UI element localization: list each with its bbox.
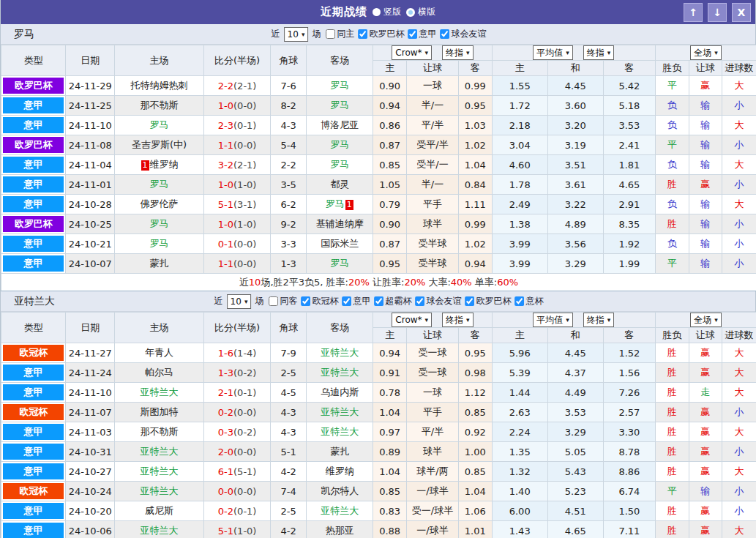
league-checkbox-input[interactable]: [358, 29, 367, 39]
team-link[interactable]: 亚特兰大: [321, 406, 359, 417]
league-checkbox-input[interactable]: [342, 296, 351, 306]
team-link[interactable]: 乌迪内斯: [321, 386, 359, 397]
team-link[interactable]: 亚特兰大: [141, 386, 179, 397]
team-link[interactable]: 威尼斯: [145, 505, 173, 516]
avg-away-odds: 8.35: [603, 214, 655, 234]
league-filter-checkbox[interactable]: 球会友谊: [436, 28, 486, 40]
layout-radio-vertical[interactable]: 竖版: [373, 6, 401, 18]
fulltime-select[interactable]: 全场▾: [690, 45, 722, 60]
team-link[interactable]: 亚特兰大: [141, 466, 179, 477]
team-link[interactable]: 罗马: [330, 80, 349, 91]
match-count-select-value: 10: [288, 29, 299, 40]
corner-cell: 4-3: [271, 422, 307, 442]
match-count-select[interactable]: 10▾: [227, 294, 252, 309]
crow-home-odds: 0.90: [373, 214, 407, 234]
league-filter-checkbox[interactable]: 欧罗巴杯: [354, 28, 404, 40]
league-filter-checkbox[interactable]: 意甲: [338, 295, 370, 307]
team-link[interactable]: 罗马: [326, 198, 345, 209]
radio-selected-icon[interactable]: [406, 8, 415, 17]
move-up-button[interactable]: ↑: [684, 3, 703, 22]
team-link[interactable]: 亚特兰大: [321, 505, 359, 516]
team-link[interactable]: 亚特兰大: [321, 426, 359, 437]
team-link[interactable]: 托特纳姆热刺: [131, 80, 188, 91]
team-link[interactable]: 罗马: [330, 159, 349, 170]
team-link[interactable]: 凯尔特人: [321, 485, 359, 496]
fulltime-select[interactable]: 全场▾: [690, 313, 722, 327]
bookmaker-select[interactable]: Crow*▾: [392, 45, 432, 60]
league-checkbox-input[interactable]: [415, 296, 424, 306]
league-checkbox-input[interactable]: [301, 296, 310, 306]
home-team-cell: 那不勒斯: [115, 422, 204, 442]
team-link[interactable]: 亚特兰大: [141, 446, 179, 457]
average-stage-select[interactable]: 终指▾: [583, 313, 615, 327]
team-link[interactable]: 佛罗伦萨: [141, 198, 179, 209]
team-link[interactable]: 亚特兰大: [321, 347, 359, 358]
move-down-button[interactable]: ↓: [708, 3, 727, 22]
team-link[interactable]: 国际米兰: [321, 238, 359, 249]
odds-stage-select[interactable]: 终指▾: [442, 313, 474, 327]
date-cell: 24-11-25: [66, 96, 115, 116]
halftime-score: (1-4): [233, 348, 256, 359]
crow-home-odds: 0.94: [373, 96, 407, 116]
league-filter-label: 超霸杯: [385, 295, 411, 307]
avg-away-odds: 5.18: [603, 96, 655, 116]
team-link[interactable]: 都灵: [330, 179, 349, 190]
league-checkbox-input[interactable]: [374, 296, 383, 306]
average-select[interactable]: 平均值▾: [533, 45, 573, 60]
team-link[interactable]: 罗马: [150, 218, 169, 229]
team-link[interactable]: 圣吉罗斯(中): [132, 139, 187, 150]
team-link[interactable]: 维罗纳: [150, 159, 179, 170]
league-checkbox-input[interactable]: [408, 29, 417, 39]
team-link[interactable]: 罗马: [150, 238, 169, 249]
avg-home-odds: 5.96: [492, 343, 547, 363]
team-link[interactable]: 罗马: [330, 139, 349, 150]
team-link[interactable]: 基辅迪纳摩: [316, 218, 364, 229]
date-cell: 24-11-10: [66, 116, 115, 135]
odds-stage-select[interactable]: 终指▾: [442, 45, 474, 60]
team-link[interactable]: 热那亚: [326, 525, 354, 536]
radio-unselected-icon[interactable]: [373, 8, 381, 16]
team-link[interactable]: 维罗纳: [326, 466, 354, 477]
match-count-select[interactable]: 10▾: [284, 27, 309, 42]
same-venue-checkbox-input[interactable]: [326, 29, 335, 39]
team-link[interactable]: 罗马: [330, 100, 349, 111]
league-checkbox-input[interactable]: [465, 296, 474, 306]
team-link[interactable]: 博洛尼亚: [321, 119, 359, 130]
league-filter-checkbox[interactable]: 欧冠杯: [297, 295, 338, 307]
league-filter-checkbox[interactable]: 意杯: [511, 295, 543, 307]
league-checkbox-input[interactable]: [514, 296, 524, 306]
team-link[interactable]: 亚特兰大: [141, 525, 179, 536]
team-link[interactable]: 那不勒斯: [141, 426, 179, 437]
team-link[interactable]: 罗马: [330, 258, 349, 269]
average-select[interactable]: 平均值▾: [533, 313, 573, 327]
crow-away-odds: 1.02: [458, 135, 492, 155]
league-filter-checkbox[interactable]: 球会友谊: [411, 295, 461, 307]
team-link[interactable]: 那不勒斯: [141, 100, 179, 111]
league-filter-checkbox[interactable]: 意甲: [404, 28, 436, 40]
result-goals: 大: [722, 422, 756, 442]
avg-away-odds: 1.92: [603, 234, 655, 254]
team-link[interactable]: 年青人: [145, 347, 173, 358]
team-link[interactable]: 帕尔马: [145, 367, 173, 378]
league-filter-checkbox[interactable]: 超霸杯: [370, 295, 411, 307]
same-venue-checkbox[interactable]: 同客: [265, 295, 297, 307]
team-link[interactable]: 亚特兰大: [321, 367, 359, 378]
team-link[interactable]: 罗马: [150, 119, 169, 130]
team-link[interactable]: 亚特兰大: [141, 485, 179, 496]
layout-radio-horizontal[interactable]: 横版: [406, 6, 435, 18]
team-link[interactable]: 蒙扎: [150, 258, 169, 269]
same-venue-checkbox[interactable]: 同主: [322, 28, 354, 40]
bookmaker-select[interactable]: Crow*▾: [392, 313, 432, 327]
league-checkbox-input[interactable]: [440, 29, 449, 39]
chevron-down-icon: ▾: [466, 49, 470, 56]
team-link[interactable]: 蒙扎: [330, 446, 349, 457]
average-stage-select[interactable]: 终指▾: [583, 45, 615, 60]
result-goals: 小: [722, 482, 756, 501]
close-button[interactable]: X: [732, 3, 751, 22]
red-card-badge: 1: [141, 160, 149, 171]
team-link[interactable]: 斯图加特: [141, 406, 179, 417]
league-filter-checkbox[interactable]: 欧罗巴杯: [461, 295, 511, 307]
crow-handicap: 受半/一: [406, 155, 458, 175]
team-link[interactable]: 罗马: [150, 179, 169, 190]
same-venue-checkbox-input[interactable]: [269, 296, 278, 306]
